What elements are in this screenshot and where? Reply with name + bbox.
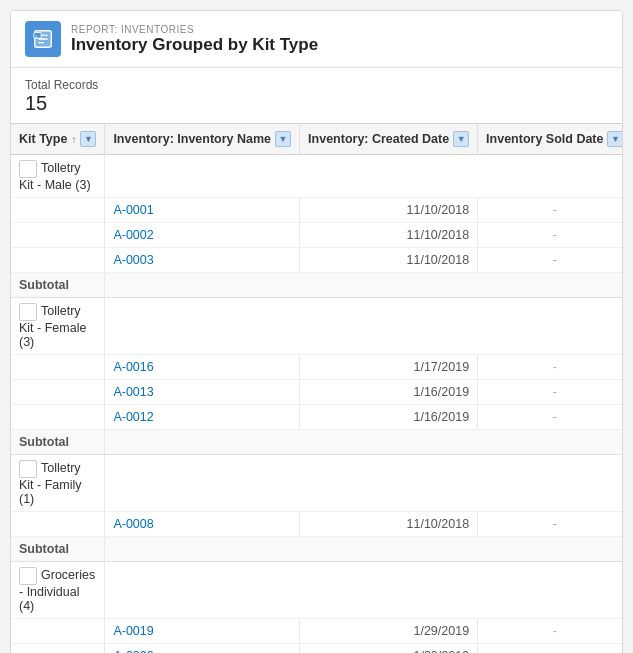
- report-container: ≡ REPORT: INVENTORIES Inventory Grouped …: [10, 10, 623, 653]
- inv-name-cell[interactable]: A-0020: [105, 644, 300, 654]
- group-inv-cell: [105, 155, 622, 198]
- kit-type-cell: [11, 198, 105, 223]
- table-row: A-00121/16/2019-: [11, 405, 622, 430]
- table-wrapper: Kit Type ↑ ▼ Inventory: Inventory Name ▼: [11, 123, 622, 653]
- table-row: A-000811/10/2018-: [11, 512, 622, 537]
- sold-date-cell: -: [478, 223, 622, 248]
- group-name-cell: Tolletry Kit - Male (3): [11, 155, 105, 198]
- inv-name-cell[interactable]: A-0016: [105, 355, 300, 380]
- group-name-cell: Groceries - Individual (4): [11, 562, 105, 619]
- sold-date-cell: -: [478, 380, 622, 405]
- created-date-cell: 1/16/2019: [300, 380, 478, 405]
- sold-date-cell: -: [478, 355, 622, 380]
- report-title: Inventory Grouped by Kit Type: [71, 35, 318, 55]
- group-checkbox[interactable]: [19, 303, 37, 321]
- report-header: ≡ REPORT: INVENTORIES Inventory Grouped …: [11, 11, 622, 68]
- header-text-block: REPORT: INVENTORIES Inventory Grouped by…: [71, 24, 318, 55]
- inv-name-link[interactable]: A-0001: [113, 203, 153, 217]
- inv-name-cell[interactable]: A-0019: [105, 619, 300, 644]
- sold-date-cell: -: [478, 198, 622, 223]
- group-checkbox[interactable]: [19, 567, 37, 585]
- group-inv-cell: [105, 455, 622, 512]
- inv-name-cell[interactable]: A-0002: [105, 223, 300, 248]
- summary-section: Total Records 15: [11, 68, 622, 123]
- col-sold-date-label: Inventory Sold Date: [486, 132, 603, 146]
- sold-date-cell: -: [478, 405, 622, 430]
- subtotal-row: Subtotal: [11, 430, 622, 455]
- filter-btn-kit[interactable]: ▼: [80, 131, 96, 147]
- group-header-row: Groceries - Individual (4): [11, 562, 622, 619]
- created-date-cell: 11/10/2018: [300, 198, 478, 223]
- filter-btn-created-date[interactable]: ▼: [453, 131, 469, 147]
- kit-type-cell: [11, 380, 105, 405]
- inv-name-link[interactable]: A-0016: [113, 360, 153, 374]
- inv-name-link[interactable]: A-0012: [113, 410, 153, 424]
- table-row: A-00161/17/2019-: [11, 355, 622, 380]
- kit-type-cell: [11, 619, 105, 644]
- inv-name-link[interactable]: A-0019: [113, 624, 153, 638]
- col-header-kit-type: Kit Type ↑ ▼: [11, 124, 105, 155]
- sold-date-cell: -: [478, 619, 622, 644]
- col-header-inv-name: Inventory: Inventory Name ▼: [105, 124, 300, 155]
- table-header-row: Kit Type ↑ ▼ Inventory: Inventory Name ▼: [11, 124, 622, 155]
- table-row: A-000211/10/2018-: [11, 223, 622, 248]
- inv-name-link[interactable]: A-0002: [113, 228, 153, 242]
- kit-type-cell: [11, 355, 105, 380]
- subtotal-label-cell: Subtotal: [11, 430, 105, 455]
- sold-date-cell: -: [478, 248, 622, 273]
- subtotal-empty-cell: [105, 430, 622, 455]
- kit-type-cell: [11, 223, 105, 248]
- sort-arrow-kit: ↑: [71, 134, 76, 145]
- inv-name-cell[interactable]: A-0012: [105, 405, 300, 430]
- report-icon: ≡: [25, 21, 61, 57]
- created-date-cell: 1/16/2019: [300, 405, 478, 430]
- kit-type-cell: [11, 248, 105, 273]
- group-checkbox[interactable]: [19, 160, 37, 178]
- group-checkbox[interactable]: [19, 460, 37, 478]
- created-date-cell: 1/17/2019: [300, 355, 478, 380]
- subtotal-row: Subtotal: [11, 537, 622, 562]
- inventory-table: Kit Type ↑ ▼ Inventory: Inventory Name ▼: [11, 123, 622, 653]
- inv-name-cell[interactable]: A-0001: [105, 198, 300, 223]
- filter-btn-inv-name[interactable]: ▼: [275, 131, 291, 147]
- inv-name-link[interactable]: A-0003: [113, 253, 153, 267]
- table-row: A-00131/16/2019-: [11, 380, 622, 405]
- inv-name-cell[interactable]: A-0003: [105, 248, 300, 273]
- group-name-cell: Tolletry Kit - Family (1): [11, 455, 105, 512]
- group-inv-cell: [105, 298, 622, 355]
- col-header-created-date: Inventory: Created Date ▼: [300, 124, 478, 155]
- created-date-cell: 1/29/2019: [300, 644, 478, 654]
- table-row: A-00191/29/2019-: [11, 619, 622, 644]
- inv-name-link[interactable]: A-0013: [113, 385, 153, 399]
- group-header-row: Tolletry Kit - Male (3): [11, 155, 622, 198]
- inv-name-cell[interactable]: A-0013: [105, 380, 300, 405]
- kit-type-cell: [11, 405, 105, 430]
- col-kit-type-label: Kit Type: [19, 132, 67, 146]
- subtotal-label-cell: Subtotal: [11, 537, 105, 562]
- created-date-cell: 1/29/2019: [300, 619, 478, 644]
- subtotal-empty-cell: [105, 273, 622, 298]
- subtotal-empty-cell: [105, 537, 622, 562]
- report-subtitle: REPORT: INVENTORIES: [71, 24, 318, 35]
- group-inv-cell: [105, 562, 622, 619]
- table-row: A-000311/10/2018-: [11, 248, 622, 273]
- group-name-cell: Tolletry Kit - Female (3): [11, 298, 105, 355]
- filter-btn-sold-date[interactable]: ▼: [607, 131, 622, 147]
- col-header-sold-date: Inventory Sold Date ▼: [478, 124, 622, 155]
- inv-name-cell[interactable]: A-0008: [105, 512, 300, 537]
- group-header-row: Tolletry Kit - Family (1): [11, 455, 622, 512]
- table-row: A-000111/10/2018-: [11, 198, 622, 223]
- sold-date-cell: -: [478, 644, 622, 654]
- created-date-cell: 11/10/2018: [300, 223, 478, 248]
- svg-text:≡: ≡: [35, 34, 38, 39]
- subtotal-row: Subtotal: [11, 273, 622, 298]
- sold-date-cell: -: [478, 512, 622, 537]
- total-records-label: Total Records: [25, 78, 608, 92]
- col-inv-name-label: Inventory: Inventory Name: [113, 132, 271, 146]
- kit-type-cell: [11, 644, 105, 654]
- kit-type-cell: [11, 512, 105, 537]
- inv-name-link[interactable]: A-0020: [113, 649, 153, 653]
- created-date-cell: 11/10/2018: [300, 248, 478, 273]
- inv-name-link[interactable]: A-0008: [113, 517, 153, 531]
- table-row: A-00201/29/2019-: [11, 644, 622, 654]
